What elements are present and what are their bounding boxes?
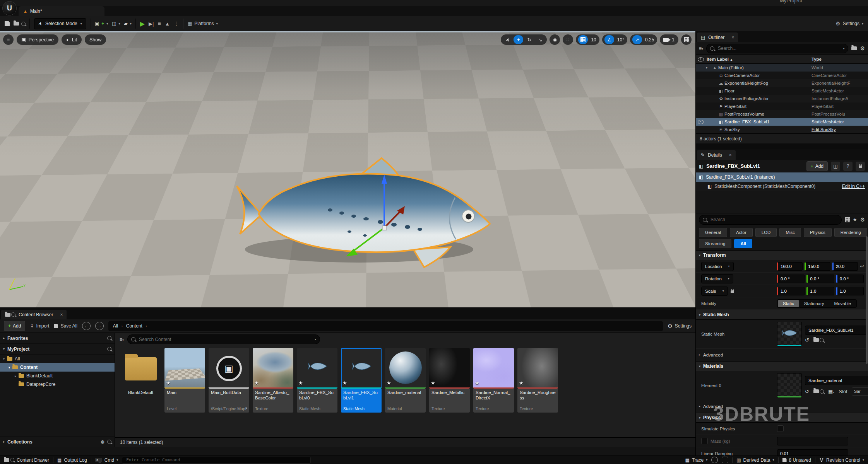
output-log-button[interactable]: ▤ Output Log <box>57 457 87 463</box>
play-options-kebab[interactable]: ⋮ <box>174 20 179 27</box>
mobility-static[interactable]: Static <box>778 300 799 307</box>
filter-chip-actor[interactable]: Actor <box>730 228 753 237</box>
filter-chip-misc[interactable]: Misc <box>779 228 801 237</box>
component-row-instance[interactable]: ◧ Sardine_FBX_SubLvl1 (Instance) <box>696 172 868 182</box>
asset-tile[interactable]: ★ Sardine_Albedo_BaseColor_Texture <box>253 348 293 413</box>
static-mesh-thumbnail[interactable] <box>777 322 802 346</box>
cb-search[interactable]: ▾ <box>127 334 320 344</box>
display-options-icon[interactable] <box>845 217 850 222</box>
trace-dropdown[interactable]: ▦ Trace▾ <box>685 457 708 463</box>
content-browser-button[interactable] <box>14 22 26 26</box>
forward-button[interactable]: → <box>95 322 104 330</box>
translate-tool[interactable]: + <box>514 35 523 44</box>
save-button[interactable] <box>5 21 10 26</box>
camera-speed-value[interactable]: 1 <box>671 37 675 43</box>
rotate-tool[interactable]: ↻ <box>524 35 534 44</box>
visibility-eye-icon[interactable] <box>698 120 704 124</box>
edit-sunsky-link[interactable]: Edit SunSky <box>812 127 836 132</box>
outliner-row[interactable]: ✿ InstancedFoliageActorInstancedFoliageA <box>696 95 868 102</box>
maximize-viewport-button[interactable] <box>681 34 692 45</box>
asset-tile[interactable]: ★ Sardine_materialMaterial <box>385 348 426 413</box>
insights-icon[interactable] <box>711 457 718 463</box>
project-header[interactable]: ▾ MyProject <box>0 344 115 355</box>
filter-chip-all[interactable]: All <box>734 239 752 248</box>
tree-item-all[interactable]: ▾ All <box>0 355 115 363</box>
grid-snap-value[interactable]: 10 <box>590 37 597 43</box>
outliner-row[interactable]: ☁ ExponentialHeightFogExponentialHeightF <box>696 79 868 87</box>
location-z-field[interactable]: 20.0 <box>832 262 858 271</box>
outliner-row[interactable]: ⚑ PlayerStartPlayerStart <box>696 102 868 110</box>
play-frame-button[interactable]: ▶| <box>149 21 154 27</box>
filter-icon[interactable]: ≡▾ <box>120 337 124 342</box>
use-selected-icon[interactable]: ↺ <box>805 337 809 343</box>
help-button[interactable]: ? <box>843 162 853 171</box>
rotation-dropdown[interactable]: Rotation▾ <box>701 274 733 283</box>
asset-tile[interactable]: ★ Sardine_Normal_DirectX_Texture <box>473 348 514 413</box>
mass-override-checkbox[interactable] <box>701 438 708 444</box>
scale-snap-value[interactable]: 0.25 <box>644 37 655 43</box>
save-all-button[interactable]: Save All <box>54 323 77 329</box>
blueprints-button[interactable]: ◫▾ <box>112 21 120 26</box>
column-item-label[interactable]: Item Label ▲ <box>706 57 809 61</box>
show-dropdown[interactable]: Show <box>85 34 106 45</box>
lock-button[interactable] <box>856 162 865 171</box>
add-actor-button[interactable]: ▣+▾ <box>95 21 108 26</box>
new-folder-icon[interactable] <box>851 46 857 50</box>
viewport-options-button[interactable]: ≡ <box>3 34 14 45</box>
mobility-stationary[interactable]: Stationary <box>799 300 829 307</box>
scale-dropdown[interactable]: Scale▾ <box>701 287 728 296</box>
section-transform[interactable]: ▾Transform <box>696 250 868 260</box>
column-type[interactable]: Type <box>809 57 868 61</box>
mass-field[interactable] <box>777 437 848 445</box>
console-command-bar[interactable] <box>122 457 311 464</box>
close-icon[interactable]: × <box>60 312 63 317</box>
rotation-x-field[interactable]: 0.0 ° <box>777 275 805 283</box>
outliner-row-world[interactable]: ▾ ▲ Main (Editor)World <box>696 64 868 72</box>
close-icon[interactable]: × <box>729 152 732 158</box>
editor-mode-dropdown[interactable]: ➤ Selection Mode ▾ <box>34 18 86 29</box>
simulate-physics-checkbox[interactable] <box>777 425 784 432</box>
scale-tool[interactable]: ↘ <box>535 35 545 44</box>
cinematics-button[interactable]: ▰▾ <box>124 21 132 26</box>
scale-snap-control[interactable]: ↗ 0.25 <box>630 34 657 45</box>
perspective-dropdown[interactable]: ▣ Perspective <box>17 34 58 45</box>
rotation-snap-control[interactable]: ∠ 10° <box>602 34 627 45</box>
settings-dropdown[interactable]: ⚙Settings▾ <box>835 20 863 27</box>
snapshot-icon[interactable] <box>722 457 728 463</box>
scale-z-field[interactable]: 1.0 <box>836 287 864 295</box>
platforms-dropdown[interactable]: ▦Platforms▾ <box>188 21 218 26</box>
row-advanced-staticmesh[interactable]: ▸ Advanced <box>696 349 868 361</box>
tab-content-browser[interactable]: Content Browser × <box>1 310 67 319</box>
asset-tile-folder[interactable]: BlankDefault <box>120 348 161 413</box>
outliner-row[interactable]: ☀ SunSky Edit SunSky <box>696 126 868 133</box>
add-component-button[interactable]: +Add <box>806 161 828 171</box>
back-button[interactable]: ← <box>82 322 91 330</box>
mobility-movable[interactable]: Movable <box>829 300 856 307</box>
favorites-star-icon[interactable]: ★ <box>853 217 857 222</box>
use-selected-icon[interactable]: ↺ <box>805 389 809 394</box>
filter-chip-rendering[interactable]: Rendering <box>834 228 867 237</box>
cb-add-button[interactable]: +Add <box>4 321 25 331</box>
filter-chip-general[interactable]: General <box>699 228 727 237</box>
world-local-toggle[interactable]: ◉ <box>550 34 560 45</box>
cb-settings-button[interactable]: ⚙Settings <box>668 323 692 329</box>
scale-y-field[interactable]: 1.0 <box>806 287 834 295</box>
unreal-logo[interactable]: U <box>2 1 17 15</box>
reset-location-button[interactable]: ↩ <box>860 263 866 269</box>
edit-in-cpp-link[interactable]: Edit in C++ <box>842 184 865 189</box>
scale-snap-toggle[interactable]: ↗ <box>632 35 642 44</box>
level-viewport[interactable]: z y ≡ ▣ Perspective ◐ Lit Show ➤ + ↻ <box>0 31 695 307</box>
add-collection-icon[interactable]: ⊕ <box>101 439 104 445</box>
filter-chip-physics[interactable]: Physics <box>804 228 832 237</box>
cb-search-input[interactable] <box>138 336 312 343</box>
scale-lock-icon[interactable] <box>731 290 734 293</box>
component-row-staticmesh[interactable]: ◧ StaticMeshComponent (StaticMeshCompone… <box>696 182 868 191</box>
details-search-input[interactable] <box>710 217 838 223</box>
outliner-search-input[interactable] <box>717 45 840 51</box>
location-x-field[interactable]: 160.0 <box>777 262 803 271</box>
filter-chip-streaming[interactable]: Streaming <box>699 239 731 248</box>
rotation-y-field[interactable]: 0.0 ° <box>806 275 834 283</box>
slot-name-field[interactable]: Sar <box>852 387 868 396</box>
content-drawer-button[interactable]: Content Drawer <box>4 457 49 463</box>
eject-button[interactable]: ▲ <box>165 21 170 27</box>
